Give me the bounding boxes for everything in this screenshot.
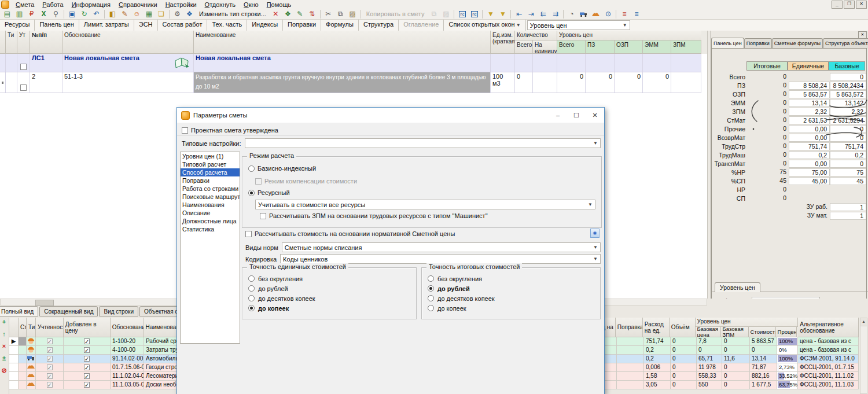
dialog-nav-item-4[interactable]: Работа со строками <box>181 185 240 193</box>
price-row[interactable]: ЗУ мат.1 <box>712 211 866 220</box>
res-base-price-cell[interactable]: 0 <box>697 346 722 355</box>
price-row[interactable]: ЭММ013,1413,142 <box>712 98 866 107</box>
res-consumption-cell[interactable]: 0,2 <box>644 355 671 363</box>
view-tab-эсн[interactable]: ЭСН <box>134 20 158 31</box>
truck-icon[interactable] <box>578 9 590 20</box>
price-row[interactable]: СП0 <box>712 194 866 202</box>
res-cost-cell[interactable]: 5 863,57 <box>750 337 777 346</box>
res-volume-cell[interactable]: 0 <box>671 363 697 372</box>
res-base-price-cell[interactable]: 550 <box>697 381 722 389</box>
res-row-marker[interactable] <box>9 381 19 389</box>
page-edit-icon[interactable]: ✎ <box>294 9 306 20</box>
restore-button[interactable]: ❐ <box>844 1 855 9</box>
res-base-price-cell[interactable]: 11 978 <box>697 363 722 372</box>
work-unit-cell[interactable]: 100 м3 <box>491 72 515 93</box>
price-level-select[interactable]: Уровень цен▼ <box>527 20 630 30</box>
res-accounted-checkbox[interactable] <box>36 337 64 346</box>
price-itog-value[interactable]: 0 <box>748 73 789 81</box>
res-consumption-cell[interactable]: 751,74 <box>644 337 671 346</box>
price-baz-value[interactable]: 45 <box>830 177 866 185</box>
dialog-nav-item-5[interactable]: Поисковые маршруты <box>181 193 240 201</box>
price-edin-value[interactable] <box>789 73 830 81</box>
price-itog-value[interactable] <box>748 203 789 211</box>
dialog-nav-item-9[interactable]: Статистика <box>181 225 240 233</box>
res-alt-cell[interactable]: ФССЦ-2001, 11.1.03 <box>798 381 859 389</box>
price-itog-value[interactable]: 0 <box>748 134 789 142</box>
res-added-checkbox[interactable] <box>64 337 111 346</box>
gear-icon[interactable]: ⚙ <box>171 9 183 20</box>
work-zpm-cell[interactable] <box>671 72 701 93</box>
price-itog-value[interactable]: 0 <box>748 194 789 202</box>
price-baz-value[interactable]: 75 <box>830 168 866 176</box>
view-tab-индексы[interactable]: Индексы <box>247 20 283 31</box>
price-itog-value[interactable]: 0 <box>748 160 789 168</box>
res-base-zpm-cell[interactable]: 0 <box>722 372 750 381</box>
menu-item-отдохнуть[interactable]: Отдохнуть <box>201 1 240 8</box>
dialog-nav-item-1[interactable]: Типовой расчет <box>181 160 240 168</box>
zpm-machinist-checkbox[interactable]: Рассчитывать ЗПМ на основании трудовых р… <box>260 212 488 219</box>
typical-settings-select[interactable]: ▼ <box>245 138 601 148</box>
res-correction-cell[interactable] <box>617 381 644 389</box>
sort-icon[interactable]: ⇅ <box>306 9 318 20</box>
ps-icon[interactable]: пс <box>456 9 468 20</box>
res-cost-cell[interactable]: 1 677,5 <box>750 381 777 389</box>
unit-precision-option-2[interactable]: до десятков копеек <box>248 293 414 303</box>
price-itog-value[interactable]: 0 <box>748 116 789 124</box>
res-base-zpm-cell[interactable]: 0 <box>722 381 750 389</box>
price-edin-value[interactable]: 5 863,57 <box>789 90 830 98</box>
res-st-cell[interactable] <box>19 337 27 346</box>
car-icon[interactable]: ⊙ <box>602 9 614 20</box>
view-tab-ресурсы[interactable]: Ресурсы <box>0 20 35 31</box>
price-edin-value[interactable]: 8 508,24 <box>789 82 830 90</box>
price-baz-value[interactable]: 2 631,5294 <box>830 116 866 124</box>
res-alt-cell[interactable]: цена - базовая из с <box>798 337 859 346</box>
dialog-nav-item-7[interactable]: Описание <box>181 209 240 217</box>
price-row[interactable]: Прочие00,000 <box>712 124 866 133</box>
work-item-row[interactable]: 2 51-1-3 Разработка и обратная засыпка г… <box>0 72 707 93</box>
res-added-checkbox[interactable] <box>64 355 111 363</box>
res-percent-cell[interactable]: 100% <box>777 337 798 346</box>
view-tab-формулы[interactable]: Формулы <box>321 20 359 31</box>
unit-precision-option-0[interactable]: без округления <box>248 274 414 283</box>
add-estimate-icon[interactable]: ▥ <box>13 9 25 20</box>
res-alt-cell[interactable]: ФССЦ-2001, 11.1.02 <box>798 372 859 381</box>
price-itog-value[interactable]: 0 <box>748 186 789 194</box>
price-row[interactable]: СтМат02 631,532 631,5294 <box>712 116 866 124</box>
price-edin-value[interactable]: 751,74 <box>789 142 830 150</box>
price-edin-value[interactable]: 0,2 <box>789 151 830 159</box>
res-row-marker[interactable]: ▶ <box>9 337 19 346</box>
res-row-marker[interactable] <box>9 355 19 363</box>
res-correction-cell[interactable] <box>617 346 644 355</box>
res-cost-cell[interactable]: 13,14 <box>750 355 777 363</box>
dialog-minimize-button[interactable]: – <box>549 108 567 122</box>
price-row[interactable]: ОЗП05 863,575 863,572 <box>712 90 866 98</box>
unit-precision-option-1[interactable]: до рублей <box>248 283 414 293</box>
res-volume-cell[interactable]: 0 <box>671 355 697 363</box>
panel-tab-1[interactable]: Поправки <box>744 38 772 49</box>
indent-last-icon[interactable]: ⇥ <box>525 9 537 20</box>
minimize-button[interactable]: _ <box>832 1 843 9</box>
work-just-cell[interactable]: 51-1-3 <box>62 72 194 93</box>
layers-blue-icon[interactable]: ≡ <box>630 9 642 20</box>
row-checkbox[interactable] <box>20 84 27 91</box>
res-correction-cell[interactable] <box>617 363 644 372</box>
price-edin-value[interactable]: 13,14 <box>789 99 830 107</box>
price-baz-value[interactable]: 13,142 <box>830 99 866 107</box>
price-row[interactable]: ТрудСтр0751,74751,74 <box>712 142 866 150</box>
price-edin-value[interactable]: ЗУ мат. <box>789 212 830 220</box>
view-tab-поправки[interactable]: Поправки <box>283 20 321 31</box>
res-accounted-checkbox[interactable] <box>36 372 64 381</box>
coding-select[interactable]: Коды ценников▼ <box>280 254 601 264</box>
price-row[interactable]: ТранспМат00,000 <box>712 159 866 168</box>
res-just-cell[interactable]: 4-100-00 <box>111 346 144 355</box>
ps-alt-icon[interactable]: пс <box>468 9 480 20</box>
refresh-icon[interactable]: ↻ <box>78 9 90 20</box>
radio-icon[interactable] <box>248 285 255 292</box>
res-added-checkbox[interactable] <box>64 346 111 355</box>
price-itog-value[interactable]: 0 <box>748 108 789 116</box>
price-edin-value[interactable]: ЗУ раб. <box>789 203 830 211</box>
row-checkbox[interactable] <box>20 64 27 70</box>
copy-icon[interactable]: ⧉ <box>334 9 347 20</box>
radio-icon[interactable] <box>248 295 255 301</box>
bottom-tab-2[interactable]: Вид строки <box>99 306 138 316</box>
